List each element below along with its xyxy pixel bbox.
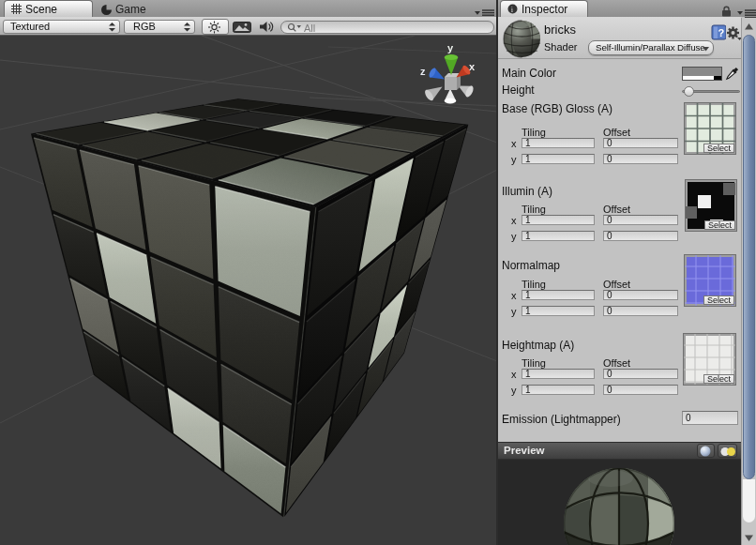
svg-text:x: x xyxy=(469,61,476,72)
svg-text:z: z xyxy=(420,66,426,77)
svg-text:?: ? xyxy=(718,27,725,38)
svg-text:y: y xyxy=(447,42,454,53)
